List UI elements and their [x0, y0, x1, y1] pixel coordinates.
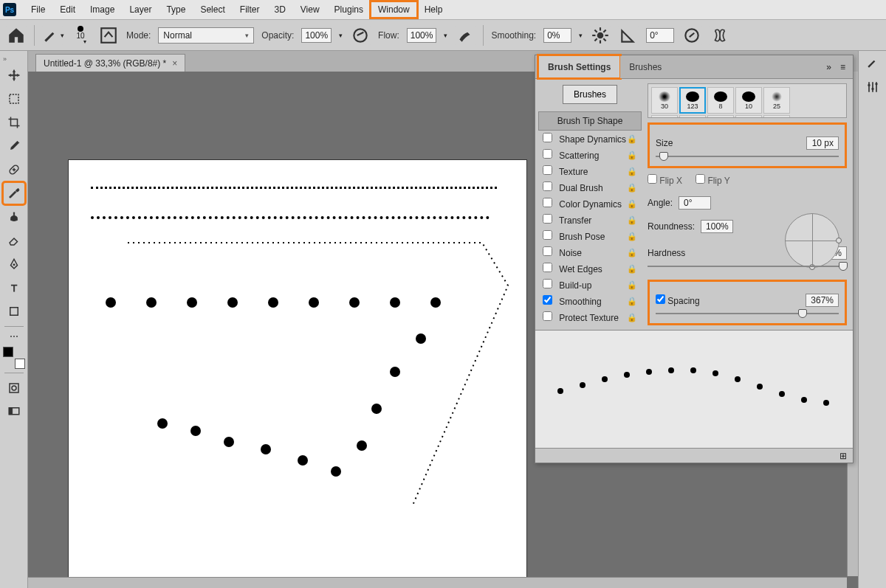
shape-tool[interactable]: [3, 300, 25, 322]
airbrush-icon[interactable]: [455, 25, 475, 46]
document-tab[interactable]: Untitled-1 @ 33,3% (RGB/8#) *×: [35, 54, 185, 72]
option-dual-brush[interactable]: Dual Brush🔒: [538, 179, 642, 196]
clone-stamp-tool[interactable]: [3, 206, 25, 228]
menu-window[interactable]: Window: [371, 1, 417, 18]
brush-preset-123[interactable]: 123: [679, 87, 706, 114]
angle-field[interactable]: 0°: [646, 28, 674, 43]
menu-image[interactable]: Image: [83, 1, 122, 18]
panel-menu-icon[interactable]: ≡: [836, 62, 850, 72]
opacity-pressure-icon[interactable]: [350, 25, 371, 46]
option-transfer[interactable]: Transfer🔒: [538, 212, 642, 228]
lock-icon[interactable]: 🔒: [627, 134, 637, 144]
spacing-checkbox[interactable]: Spacing: [656, 294, 700, 306]
menu-select[interactable]: Select: [193, 1, 232, 18]
brush-tip-shape-header[interactable]: Brush Tip Shape: [538, 111, 642, 131]
set-angle-icon[interactable]: [618, 25, 639, 46]
eraser-tool[interactable]: [3, 229, 25, 252]
hardness-slider[interactable]: [648, 261, 847, 265]
option-noise[interactable]: Noise🔒: [538, 244, 642, 260]
tab-brushes[interactable]: Brushes: [620, 56, 670, 78]
move-tool[interactable]: [3, 64, 25, 86]
option-protect-texture[interactable]: Protect Texture🔒: [538, 309, 642, 325]
smoothing-options-icon[interactable]: [590, 25, 611, 46]
flip-y-checkbox[interactable]: Flip Y: [696, 174, 730, 186]
canvas[interactable]: [69, 160, 526, 581]
lock-icon[interactable]: 🔒: [627, 280, 637, 290]
angle-widget[interactable]: [785, 213, 839, 268]
option-scattering[interactable]: Scattering🔒: [538, 147, 642, 163]
screenmode-icon[interactable]: [3, 401, 25, 423]
roundness-value[interactable]: 100%: [701, 220, 733, 233]
option-wet-edges[interactable]: Wet Edges🔒: [538, 260, 642, 277]
marquee-tool[interactable]: [3, 88, 25, 110]
lock-icon[interactable]: 🔒: [627, 248, 637, 257]
crop-tool[interactable]: [3, 111, 25, 134]
option-shape-dynamics[interactable]: Shape Dynamics🔒: [538, 131, 642, 147]
menu-layer[interactable]: Layer: [122, 1, 159, 18]
more-tools-icon[interactable]: ⋯: [3, 331, 25, 342]
adjustments-icon[interactable]: [865, 80, 880, 97]
brush-preset-25[interactable]: 25: [735, 115, 762, 118]
option-texture[interactable]: Texture🔒: [538, 163, 642, 179]
brush-preset-30[interactable]: 30: [763, 115, 790, 118]
spacing-value[interactable]: 367%: [806, 294, 839, 307]
home-icon[interactable]: [6, 25, 27, 46]
opacity-field[interactable]: 100%: [301, 28, 332, 43]
menu-type[interactable]: Type: [159, 1, 193, 18]
text-tool[interactable]: T: [3, 277, 25, 299]
spacing-slider[interactable]: [656, 308, 839, 319]
lock-icon[interactable]: 🔒: [627, 232, 637, 241]
brush-tool[interactable]: [3, 182, 25, 204]
quickmask-icon[interactable]: [3, 377, 25, 399]
option-build-up[interactable]: Build-up🔒: [538, 277, 642, 293]
tab-brush-settings[interactable]: Brush Settings: [538, 55, 620, 78]
symmetry-icon[interactable]: [710, 25, 730, 46]
menu-edit[interactable]: Edit: [52, 1, 83, 18]
lock-icon[interactable]: 🔒: [627, 264, 637, 274]
lock-icon[interactable]: 🔒: [627, 199, 637, 209]
size-slider[interactable]: [656, 151, 839, 162]
lock-icon[interactable]: 🔒: [627, 167, 637, 176]
flip-x-checkbox[interactable]: Flip X: [648, 174, 682, 186]
brush-preset-25[interactable]: 25: [763, 87, 790, 114]
lock-icon[interactable]: 🔒: [627, 215, 637, 225]
menu-3d[interactable]: 3D: [267, 1, 292, 18]
brush-panel-toggle-icon[interactable]: [98, 25, 119, 46]
brush-preset-60[interactable]: 60: [679, 115, 706, 118]
brush-preset-30[interactable]: 30: [651, 87, 678, 114]
brush-preset-112[interactable]: 112: [651, 115, 678, 118]
option-color-dynamics[interactable]: Color Dynamics🔒: [538, 196, 642, 212]
horizontal-scrollbar[interactable]: [28, 577, 847, 588]
pen-tool[interactable]: [3, 253, 25, 275]
option-smoothing[interactable]: Smoothing🔒: [538, 293, 642, 309]
menu-file[interactable]: File: [24, 1, 52, 18]
menu-plugins[interactable]: Plugins: [327, 1, 371, 18]
lock-icon[interactable]: 🔒: [627, 313, 637, 322]
tool-preset-icon[interactable]: ▾: [42, 25, 63, 46]
brushes-button[interactable]: Brushes: [563, 85, 617, 104]
color-swatches[interactable]: [3, 347, 25, 369]
blend-mode-select[interactable]: Normal▾: [158, 27, 254, 44]
collapse-panel-icon[interactable]: »: [822, 62, 836, 72]
angle-value[interactable]: 0°: [679, 196, 711, 210]
brush-preset-10[interactable]: 10: [735, 87, 762, 114]
size-value[interactable]: 10 px: [806, 136, 839, 150]
size-pressure-icon[interactable]: [681, 25, 702, 46]
menu-view[interactable]: View: [293, 1, 327, 18]
option-brush-pose[interactable]: Brush Pose🔒: [538, 228, 642, 244]
brush-preset-50[interactable]: 50: [707, 115, 734, 118]
brush-preset-grid[interactable]: 3012381025112605025305060100127284: [648, 83, 847, 118]
menu-filter[interactable]: Filter: [233, 1, 267, 18]
smoothing-field[interactable]: 0%: [543, 28, 571, 43]
brush-panel-icon[interactable]: [865, 55, 880, 72]
lock-icon[interactable]: 🔒: [627, 183, 637, 193]
brush-preset-8[interactable]: 8: [707, 87, 734, 114]
healing-tool[interactable]: [3, 159, 25, 181]
lock-icon[interactable]: 🔒: [627, 297, 637, 306]
brush-size-preview[interactable]: 10▾: [70, 26, 91, 45]
new-preset-icon[interactable]: ⊞: [839, 451, 847, 461]
collapse-toolbox-icon[interactable]: »: [0, 55, 7, 63]
close-tab-icon[interactable]: ×: [172, 58, 177, 69]
lock-icon[interactable]: 🔒: [627, 151, 637, 160]
menu-help[interactable]: Help: [417, 1, 450, 18]
